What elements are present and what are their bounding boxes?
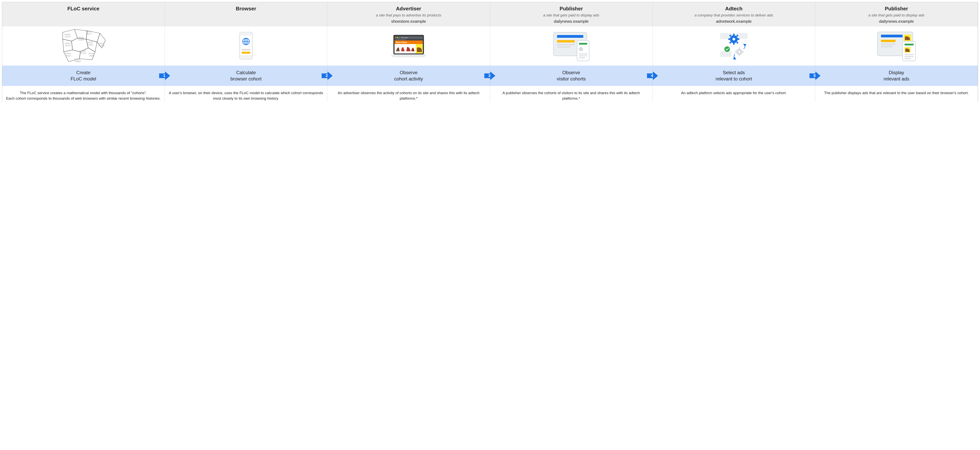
header-floc-service: FLoC service [2,2,165,27]
svg-text:#2371: #2371 [65,44,71,47]
svg-rect-55 [733,34,735,36]
svg-rect-68 [735,51,737,52]
illus-browser-phone [165,27,328,66]
svg-text:2: 2 [326,73,328,78]
svg-rect-48 [579,54,587,54]
svg-text:#4602: #4602 [75,60,81,62]
svg-point-32 [399,37,400,38]
svg-text:cohort: cohort [80,49,86,52]
svg-text:cohort: cohort [85,30,91,33]
col-title: FLoC service [5,6,162,12]
phone-icon [238,31,254,61]
col-title: Adtech [655,6,813,12]
svg-rect-53 [720,51,732,57]
svg-point-31 [397,37,398,38]
svg-rect-56 [733,43,735,44]
svg-text:5: 5 [814,73,816,78]
svg-rect-41 [557,35,583,38]
svg-text:#845: #845 [89,55,94,57]
svg-rect-44 [557,46,571,48]
svg-text:cohort: cohort [88,52,94,55]
svg-text:#524: #524 [66,55,70,57]
svg-text:cohort: cohort [65,42,71,44]
svg-text:#1072: #1072 [65,35,71,38]
step-2: Calculatebrowser cohort 2 [165,66,328,86]
svg-rect-50 [579,57,585,58]
svg-point-70 [738,51,740,53]
svg-text:cohort: cohort [65,52,71,55]
desc-6: The publisher displays ads that are rele… [815,86,978,102]
floc-diagram: FLoC service Browser Advertiser a site t… [2,2,978,102]
svg-rect-75 [881,46,892,47]
svg-text:cohort: cohort [78,36,84,38]
svg-point-64 [724,46,730,52]
svg-point-30 [395,37,396,38]
svg-text:Shoe Store: Shoe Store [396,41,407,43]
svg-text:#1354: #1354 [87,43,93,46]
desc-2: A user's browser, on their device, uses … [165,86,328,102]
arrow-icon: 3 [484,71,495,80]
col-title: Browser [167,6,325,12]
svg-rect-27 [242,52,250,54]
desc-1: The FLoC service creates a mathematical … [2,86,165,102]
svg-rect-58 [737,38,739,40]
svg-rect-43 [557,44,575,45]
svg-rect-78 [905,44,913,45]
desc-3: An advertiser observes the activity of c… [327,86,490,102]
svg-rect-74 [881,44,896,45]
gears-icon [716,30,751,62]
svg-text:#4277: #4277 [86,33,92,35]
col-example: dailynews.example [493,19,650,24]
header-publisher-1: Publisher a site that gets paid to displ… [490,2,653,27]
header-browser: Browser [165,2,328,27]
svg-text:#1876: #1876 [78,38,84,41]
illus-adtech-gears [653,27,815,66]
step-3: Observecohort activity 3 [327,66,490,86]
col-example: dailynews.example [818,19,975,24]
svg-point-63 [732,38,735,41]
svg-text:1: 1 [163,73,165,78]
illus-floc-model: cohort #4277 cohort #1072 cohort #1876 c… [2,27,165,66]
svg-text:shoestore.example: shoestore.example [396,39,406,40]
col-subtitle: a company that provides services to deli… [655,13,813,18]
illus-advertiser-laptop: Shoe store shoestore.example Shoe Store [327,27,490,66]
svg-text:cohort: cohort [75,58,81,60]
svg-rect-49 [579,55,587,56]
svg-text:#1101: #1101 [80,52,86,54]
step-6: Displayrelevant ads [815,66,978,86]
col-title: Advertiser [330,6,487,12]
laptop-icon: Shoe store shoestore.example Shoe Store [389,33,428,59]
devices-icon [550,30,593,62]
svg-rect-66 [739,48,740,49]
svg-point-47 [579,47,583,51]
col-example: shoestore.example [330,19,487,24]
svg-text:#1378: #1378 [99,44,105,47]
svg-rect-73 [881,40,896,42]
step-5: Select adsrelevant to cohort 5 [653,66,815,86]
desc-5: An adtech platform selects ads appropria… [653,86,815,102]
svg-rect-67 [739,55,740,56]
svg-text:4: 4 [651,73,653,78]
svg-rect-26 [242,49,250,51]
col-subtitle: a site that gets paid to display ads [493,13,650,18]
col-title: Publisher [493,6,650,12]
illus-publisher-devices [490,27,653,66]
col-subtitle: a site that gets paid to display ads [818,13,975,18]
svg-rect-46 [579,43,587,44]
svg-text:3: 3 [488,73,490,78]
svg-text:cohort: cohort [98,42,104,44]
svg-rect-81 [905,56,913,57]
col-example: adnetwork.example [655,19,813,24]
svg-text:Shoe store: Shoe store [401,37,408,38]
svg-rect-57 [728,38,730,40]
devices-ads-icon [874,30,919,62]
illus-publisher-ads [815,27,978,66]
header-publisher-2: Publisher a site that gets paid to displ… [815,2,978,27]
arrow-icon: 2 [321,71,332,80]
header-adtech: Adtech a company that provides services … [653,2,815,27]
arrow-icon: 4 [647,71,658,80]
svg-rect-80 [905,54,913,55]
svg-rect-72 [881,35,902,37]
svg-text:cohort: cohort [64,33,70,35]
svg-rect-69 [742,51,744,52]
